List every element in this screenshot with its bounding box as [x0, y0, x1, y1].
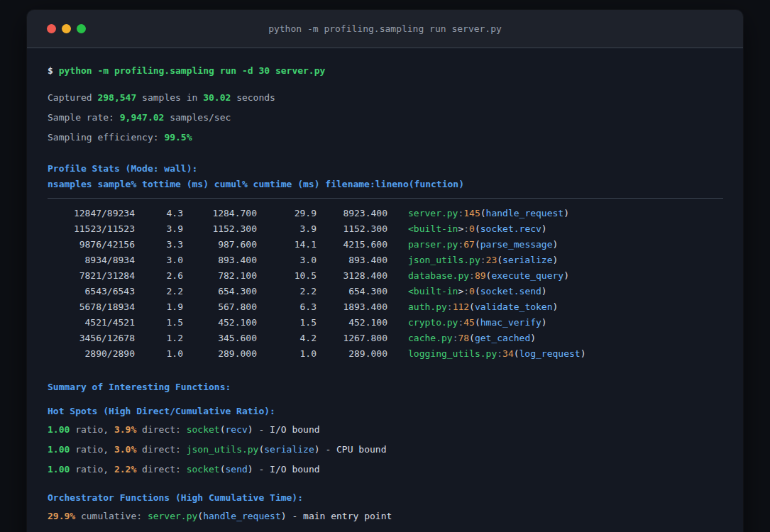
table-cell: 3.9 — [135, 221, 183, 237]
table-cell: 5678/18934 — [48, 299, 135, 315]
command-line: $ python -m profiling.sampling run -d 30… — [48, 64, 723, 78]
table-row: 4521/45211.5452.1001.5452.100crypto.py:4… — [48, 315, 723, 331]
function-location: cache.py:78(get_cached) — [408, 333, 536, 343]
table-cell: 4521/4521 — [48, 315, 135, 331]
table-cell: 1893.400 — [317, 299, 387, 315]
table-cell: 4.3 — [135, 206, 183, 221]
titlebar: python -m profiling.sampling run server.… — [27, 10, 743, 48]
table-cell: 11523/11523 — [48, 221, 135, 237]
table-cell: 987.600 — [183, 237, 257, 253]
hot-spot-line: 1.00 ratio, 3.9% direct: socket(recv) - … — [48, 423, 723, 437]
table-cell: 1152.300 — [317, 221, 387, 237]
table-cell: 452.100 — [183, 315, 257, 331]
table-cell: 3.0 — [257, 253, 317, 268]
table-row: 6543/65432.2654.3002.2654.300<built-in>:… — [48, 284, 723, 299]
table-cell: 2.2 — [135, 284, 183, 299]
window-title: python -m profiling.sampling run server.… — [268, 23, 502, 34]
table-cell: 2.6 — [135, 268, 183, 284]
function-location: database.py:89(execute_query) — [408, 270, 569, 281]
table-cell: 1.5 — [257, 315, 317, 331]
zoom-button-icon[interactable] — [77, 24, 86, 33]
table-divider — [48, 198, 723, 199]
table-cell: 10.5 — [257, 268, 317, 284]
table-cell: 3456/12678 — [48, 331, 135, 346]
traffic-lights — [47, 10, 86, 48]
table-cell: 1.0 — [135, 346, 183, 362]
table-cell: 6543/6543 — [48, 284, 135, 299]
table-row: 2890/28901.0289.0001.0289.000logging_uti… — [48, 346, 723, 362]
function-location: parser.py:67(parse_message) — [408, 239, 558, 250]
table-cell: 2890/2890 — [48, 346, 135, 362]
table-cell: 1.0 — [257, 346, 317, 362]
table-cell: 4.2 — [257, 331, 317, 346]
table-row: 12847/892344.31284.70029.98923.400server… — [48, 206, 723, 221]
orchestrator-heading: Orchestrator Functions (High Cumulative … — [48, 491, 723, 505]
table-cell: 452.100 — [317, 315, 387, 331]
table-row: 5678/189341.9567.8006.31893.400auth.py:1… — [48, 299, 723, 315]
table-cell: 8934/8934 — [48, 253, 135, 268]
table-cell: 12847/89234 — [48, 206, 135, 221]
close-button-icon[interactable] — [47, 24, 56, 33]
table-cell: 6.3 — [257, 299, 317, 315]
table-row: 7821/312842.6782.10010.53128.400database… — [48, 268, 723, 284]
table-cell: 7821/31284 — [48, 268, 135, 284]
function-location: <built-in>:0(socket.send) — [408, 286, 547, 297]
table-cell: 29.9 — [257, 206, 317, 221]
hot-spots-heading: Hot Spots (High Direct/Cumulative Ratio)… — [48, 404, 723, 419]
table-cell: 893.400 — [183, 253, 257, 268]
orchestrator-line: 14.1% cumulative: parser.py(parse_messag… — [48, 529, 723, 532]
minimize-button-icon[interactable] — [62, 24, 71, 33]
table-cell: 289.000 — [317, 346, 387, 362]
table-cell: 1.5 — [135, 315, 183, 331]
table-row: 9876/421563.3987.60014.14215.600parser.p… — [48, 237, 723, 253]
table-cell: 289.000 — [183, 346, 257, 362]
table-cell: 3.9 — [257, 221, 317, 237]
sample-rate-line: Sample rate: 9,947.02 samples/sec — [48, 111, 723, 125]
table-cell: 3.3 — [135, 237, 183, 253]
sampling-efficiency-line: Sampling efficiency: 99.5% — [48, 131, 723, 145]
table-cell: 1152.300 — [183, 221, 257, 237]
orchestrator-line: 29.9% cumulative: server.py(handle_reque… — [48, 509, 723, 523]
table-row: 11523/115233.91152.3003.91152.300<built-… — [48, 221, 723, 237]
hot-spot-line: 1.00 ratio, 3.0% direct: json_utils.py(s… — [48, 443, 723, 457]
function-location: logging_utils.py:34(log_request) — [408, 348, 585, 359]
function-location: server.py:145(handle_request) — [408, 208, 569, 218]
stats-table-column-header: nsamples sample% tottime (ms) cumul% cum… — [48, 177, 723, 192]
captured-samples-line: Captured 298,547 samples in 30.02 second… — [48, 91, 723, 105]
table-cell: 654.300 — [317, 284, 387, 299]
table-cell: 4215.600 — [317, 237, 387, 253]
summary-heading: Summary of Interesting Functions: — [48, 380, 723, 394]
table-cell: 1284.700 — [183, 206, 257, 221]
function-location: json_utils.py:23(serialize) — [408, 255, 558, 265]
table-row: 3456/126781.2345.6004.21267.800cache.py:… — [48, 331, 723, 346]
table-cell: 9876/42156 — [48, 237, 135, 253]
table-cell: 1267.800 — [317, 331, 387, 346]
table-cell: 2.2 — [257, 284, 317, 299]
table-cell: 345.600 — [183, 331, 257, 346]
hot-spot-line: 1.00 ratio, 2.2% direct: socket(send) - … — [48, 462, 723, 477]
terminal-window: python -m profiling.sampling run server.… — [27, 10, 743, 532]
table-cell: 567.800 — [183, 299, 257, 315]
function-location: auth.py:112(validate_token) — [408, 301, 558, 312]
table-cell: 782.100 — [183, 268, 257, 284]
table-cell: 893.400 — [317, 253, 387, 268]
terminal-output[interactable]: $ python -m profiling.sampling run -d 30… — [27, 48, 743, 532]
function-location: <built-in>:0(socket.recv) — [408, 223, 547, 234]
table-cell: 1.2 — [135, 331, 183, 346]
function-location: crypto.py:45(hmac_verify) — [408, 317, 547, 328]
table-cell: 654.300 — [183, 284, 257, 299]
table-cell: 8923.400 — [317, 206, 387, 221]
stats-table: 12847/892344.31284.70029.98923.400server… — [48, 206, 723, 362]
table-cell: 3128.400 — [317, 268, 387, 284]
table-cell: 1.9 — [135, 299, 183, 315]
table-cell: 14.1 — [257, 237, 317, 253]
table-cell: 3.0 — [135, 253, 183, 268]
profile-stats-heading: Profile Stats (Mode: wall): — [48, 162, 723, 176]
table-row: 8934/89343.0893.4003.0893.400json_utils.… — [48, 253, 723, 268]
